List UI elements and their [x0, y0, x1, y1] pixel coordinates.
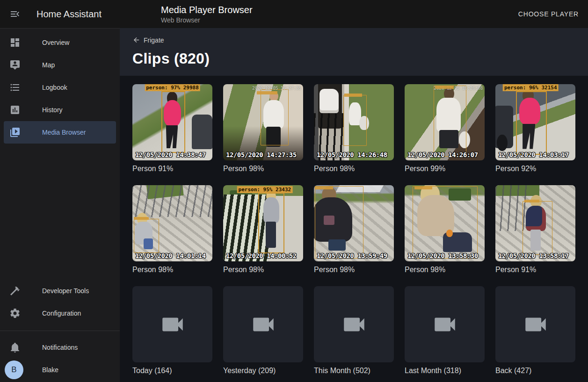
section-title: Clips (820) — [132, 50, 588, 67]
clip-thumbnail[interactable]: person: 96% 32154 12/05/2020 14:03:17 — [495, 84, 575, 160]
folder-caption: Back (427) — [495, 367, 575, 375]
scene-shape — [417, 195, 454, 236]
folder-thumbnail[interactable] — [405, 286, 485, 362]
scene-shape — [523, 124, 535, 149]
detection-chip — [524, 200, 539, 202]
folder-thumbnail[interactable] — [132, 286, 212, 362]
scene-shape — [495, 185, 539, 196]
sidebar-item-notifications[interactable]: Notifications — [4, 336, 116, 359]
scene-shape — [443, 232, 472, 252]
clip-caption: Person 98% — [314, 165, 394, 173]
clip-card[interactable]: 2020-12-05 16:27:35 12/05/2020 14:27:35 … — [223, 84, 303, 173]
clip-thumbnail[interactable]: person: 97% 29988 12/05/2020 14:38:47 — [132, 84, 212, 160]
folder-card[interactable]: This Month (502) — [314, 286, 394, 375]
clip-card[interactable]: 12/05/2020 14:26:48 Person 98% — [314, 84, 394, 173]
clip-card[interactable]: 12/05/2020 13:59:49 Person 98% — [314, 185, 394, 274]
scene-shape — [266, 127, 281, 146]
folder-card[interactable]: Today (164) — [132, 286, 212, 375]
timestamp-overlay: 12/05/2020 14:27:35 — [226, 151, 297, 159]
sidebar-divider — [0, 331, 120, 331]
scene-shape — [359, 116, 369, 130]
scene-shape — [328, 239, 346, 251]
profile-name: Blake — [42, 366, 58, 374]
folder-card[interactable]: Yesterday (209) — [223, 286, 303, 375]
breadcrumb-back-frigate[interactable]: Frigate — [132, 36, 164, 44]
folder-caption: Last Month (318) — [405, 367, 485, 375]
topbar-left-section: Home Assistant — [0, 0, 120, 28]
avatar: B — [5, 360, 23, 379]
scene-shape — [167, 92, 177, 104]
folder-thumbnail[interactable] — [314, 286, 394, 362]
scene-shape — [497, 135, 507, 151]
clip-card[interactable]: 12/05/2020 13:58:30 Person 98% — [405, 185, 485, 274]
choose-player-button[interactable]: CHOOSE PLAYER — [514, 6, 588, 22]
clip-thumbnail[interactable]: 12/05/2020 13:59:49 — [314, 185, 394, 261]
detection-chip — [257, 91, 277, 94]
sidebar-main-group: Overview Map Logbook History Media Brows… — [0, 31, 120, 144]
clip-thumbnail[interactable]: 12/05/2020 14:01:14 — [132, 185, 212, 261]
clip-card[interactable]: 12/05/2020 14:01:14 Person 98% — [132, 185, 212, 274]
clip-caption: Person 92% — [495, 165, 575, 173]
scene-shape — [439, 130, 458, 148]
timestamp-overlay: 12/05/2020 14:26:07 — [407, 151, 478, 159]
scene-shape — [336, 185, 384, 192]
clip-thumbnail[interactable]: 12/05/2020 14:26:48 — [314, 84, 394, 160]
clip-thumbnail[interactable]: 12/05/2020 13:58:17 — [495, 185, 575, 261]
folder-caption: Yesterday (209) — [223, 367, 303, 375]
clip-card[interactable]: 12/05/2020 13:58:17 Person 91% — [495, 185, 575, 274]
sidebar-item-configuration[interactable]: Configuration — [4, 302, 116, 324]
clip-thumbnail[interactable]: 2020-12-05 16:26:08 12/05/2020 14:26:07 — [405, 84, 485, 160]
sidebar-item-label: Media Browser — [42, 129, 86, 136]
sidebar-item-profile[interactable]: B Blake — [4, 359, 116, 381]
clip-thumbnail[interactable]: 2020-12-05 16:27:35 12/05/2020 14:27:35 — [223, 84, 303, 160]
scene-shape — [192, 115, 212, 149]
video-icon — [522, 311, 549, 338]
sidebar-item-map[interactable]: Map — [4, 54, 116, 76]
sidebar-item-overview[interactable]: Overview — [4, 31, 116, 54]
camera-timestamp: 2020-12-05 16:27:35 — [252, 86, 301, 91]
arrow-left-icon — [132, 36, 140, 44]
folder-card[interactable]: Last Month (318) — [405, 286, 485, 375]
scene-shape — [519, 98, 540, 124]
app-title: Home Assistant — [36, 9, 102, 20]
page-subtitle: Web Browser — [161, 16, 514, 24]
clip-caption: Person 98% — [132, 266, 212, 274]
clip-caption: Person 98% — [405, 266, 485, 274]
scene-shape — [523, 89, 534, 101]
sidebar-item-label: Developer Tools — [42, 287, 89, 295]
scene-shape — [421, 185, 440, 203]
sidebar-item-media-browser[interactable]: Media Browser — [4, 121, 116, 144]
timestamp-overlay: 12/05/2020 13:58:17 — [498, 252, 569, 259]
clip-card[interactable]: person: 97% 29988 12/05/2020 14:38:47 Pe… — [132, 84, 212, 173]
sidebar-toggle-button[interactable] — [4, 3, 26, 25]
video-icon — [159, 311, 186, 338]
main-content: Frigate Clips (820) person: 97% 29988 12… — [120, 28, 588, 382]
hammer-icon — [9, 285, 21, 296]
sidebar-item-history[interactable]: History — [4, 99, 116, 121]
clip-thumbnail[interactable]: 12/05/2020 13:58:30 — [405, 185, 485, 261]
clip-caption: Person 98% — [223, 165, 303, 173]
folder-thumbnail[interactable] — [495, 286, 575, 362]
video-icon — [250, 311, 277, 338]
detection-chip — [134, 217, 149, 220]
timestamp-overlay: 12/05/2020 13:58:30 — [407, 252, 478, 259]
scene-shape — [495, 106, 513, 148]
scene-shape — [322, 187, 336, 203]
clip-caption: Person 99% — [405, 165, 485, 173]
clip-card[interactable]: person: 96% 32154 12/05/2020 14:03:17 Pe… — [495, 84, 575, 173]
clip-card[interactable]: 2020-12-05 16:26:08 12/05/2020 14:26:07 … — [405, 84, 485, 173]
folder-thumbnail[interactable] — [223, 286, 303, 362]
scene-shape — [137, 213, 147, 225]
camera-timestamp: 2020-12-05 16:26:08 — [434, 86, 483, 91]
folder-card[interactable]: Back (427) — [495, 286, 575, 375]
sidebar-item-developer-tools[interactable]: Developer Tools — [4, 280, 116, 302]
scene-shape — [223, 195, 275, 261]
bell-icon — [9, 342, 21, 353]
clip-thumbnail[interactable]: person: 95% 23432 12/05/2020 14:00:52 — [223, 185, 303, 261]
clip-card[interactable]: person: 95% 23432 12/05/2020 14:00:52 Pe… — [223, 185, 303, 274]
menu-open-icon — [9, 8, 21, 20]
scene-shape — [314, 197, 352, 242]
scene-shape — [349, 102, 361, 125]
sidebar-item-logbook[interactable]: Logbook — [4, 76, 116, 99]
play-box-multiple-icon — [9, 127, 21, 138]
